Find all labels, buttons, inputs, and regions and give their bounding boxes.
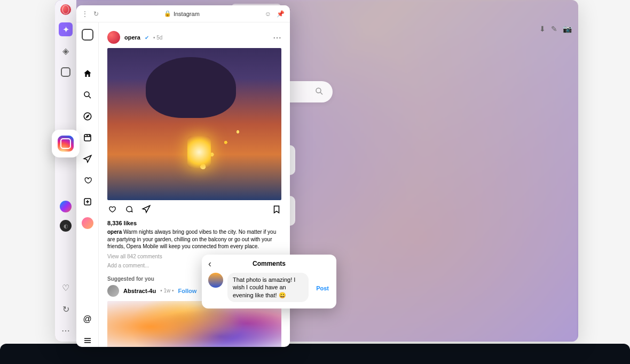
hamburger-icon[interactable]	[81, 334, 94, 347]
download-icon[interactable]: ⬇	[539, 25, 546, 33]
panel-menu-icon[interactable]: ⋮	[82, 10, 88, 18]
comments-header: ‹ Comments	[208, 260, 330, 267]
notifications-icon[interactable]	[81, 174, 94, 187]
emoji-icon[interactable]: ☺	[265, 10, 271, 18]
post-actions	[107, 200, 281, 219]
like-icon[interactable]	[107, 204, 117, 217]
post-caption: opera Warm nights always bring good vibe…	[107, 227, 281, 251]
suggested-avatar[interactable]	[107, 285, 119, 297]
lock-icon: 🔒	[164, 10, 171, 17]
player-icon[interactable]: ◐	[60, 220, 72, 232]
post-header: opera ✔ • 5d ⋯	[107, 27, 281, 48]
comments-title: Comments	[253, 260, 286, 267]
search-icon	[314, 86, 324, 98]
panel-reload-icon[interactable]: ↻	[93, 10, 99, 18]
settings-icon[interactable]: ⋯	[59, 323, 73, 337]
caption-text: Warm nights always bring good vibes to t…	[107, 229, 276, 249]
svg-point-4	[84, 113, 91, 120]
post-avatar[interactable]	[107, 31, 120, 44]
profile-icon[interactable]	[81, 217, 94, 230]
pin-icon[interactable]: 📌	[277, 10, 285, 18]
avatar	[82, 217, 93, 229]
caption-user[interactable]: opera	[107, 229, 122, 235]
create-icon[interactable]	[81, 195, 94, 208]
instagram-sidebar-button[interactable]	[59, 65, 73, 79]
suggested-age: • 1w •	[160, 288, 174, 294]
threads-icon[interactable]: @	[81, 313, 94, 326]
instagram-logo-icon[interactable]	[82, 29, 93, 41]
aria-button[interactable]: ✦	[59, 22, 73, 36]
svg-point-2	[84, 92, 89, 97]
verified-badge-icon: ✔	[145, 35, 149, 41]
messenger-icon[interactable]	[60, 201, 72, 212]
comment-input[interactable]: That photo is amazing! I wish I could ha…	[227, 273, 309, 302]
messages-icon[interactable]	[81, 153, 94, 165]
reels-icon[interactable]	[81, 131, 94, 144]
heart-icon[interactable]: ♡	[59, 281, 73, 295]
post-comment-button[interactable]: Post	[313, 283, 330, 291]
history-icon[interactable]: ↻	[59, 302, 73, 316]
opera-sidebar: ✦ ◈ ◐ ♡ ↻ ⋯	[55, 0, 76, 342]
suggested-username[interactable]: Abstract-4u	[123, 288, 156, 294]
follow-button[interactable]: Follow	[178, 288, 196, 294]
panel-topbar: ⋮ ↻ 🔒Instagram ☺ 📌	[76, 5, 290, 22]
comment-compose: That photo is amazing! I wish I could ha…	[208, 273, 330, 302]
instagram-nav: @	[76, 5, 99, 347]
tab-island-icon[interactable]: ◈	[59, 44, 73, 58]
camera-icon[interactable]: 📷	[563, 25, 572, 33]
likes-count[interactable]: 8,336 likes	[107, 219, 281, 227]
panel-title-text: Instagram	[174, 11, 200, 17]
share-icon[interactable]	[141, 204, 151, 217]
explore-icon[interactable]	[81, 110, 94, 123]
post-age: • 5d	[153, 35, 162, 41]
bookmark-icon[interactable]	[272, 204, 281, 217]
post-more-icon[interactable]: ⋯	[273, 33, 281, 43]
instagram-icon	[58, 136, 74, 152]
back-icon[interactable]: ‹	[208, 258, 211, 270]
comment-avatar	[208, 273, 223, 288]
instagram-chip[interactable]	[52, 130, 80, 157]
search-icon[interactable]	[81, 89, 94, 101]
comments-modal: ‹ Comments That photo is amazing! I wish…	[202, 255, 336, 308]
snapshot-icon[interactable]: ✎	[551, 25, 557, 33]
comment-icon[interactable]	[124, 204, 134, 217]
toolbar-actions: ⬇ ✎ 📷	[539, 25, 572, 33]
panel-title: 🔒Instagram	[104, 10, 259, 17]
post-username[interactable]: opera	[124, 34, 140, 41]
post-image[interactable]	[107, 48, 281, 200]
svg-line-3	[89, 96, 91, 98]
home-icon[interactable]	[81, 67, 94, 80]
svg-point-0	[316, 88, 321, 93]
svg-line-1	[320, 92, 322, 94]
opera-logo[interactable]	[60, 4, 71, 15]
